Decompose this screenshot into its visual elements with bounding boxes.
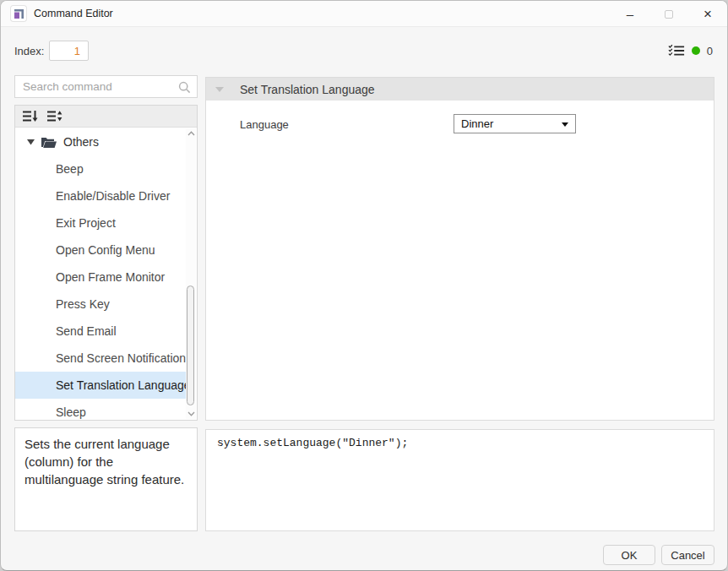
- code-text: system.setLanguage("Dinner");: [217, 437, 408, 449]
- index-label: Index:: [14, 45, 44, 57]
- chevron-down-icon: [562, 122, 568, 127]
- tree-item-send-screen-notification[interactable]: Send Screen Notification: [15, 345, 186, 372]
- maximize-icon: [665, 10, 673, 19]
- tree-item-send-email[interactable]: Send Email: [15, 318, 186, 345]
- parameter-panel-title: Set Translation Language: [240, 83, 375, 96]
- tree-item-exit-project[interactable]: Exit Project: [15, 209, 186, 237]
- language-label: Language: [240, 118, 289, 131]
- tree-item-sleep[interactable]: Sleep: [15, 399, 186, 420]
- close-button[interactable]: ×: [688, 1, 727, 27]
- search-input[interactable]: [15, 76, 197, 97]
- tree-item-enable-disable-driver[interactable]: Enable/Disable Driver: [15, 182, 186, 209]
- expander-icon[interactable]: [24, 139, 36, 145]
- tree-item-press-key[interactable]: Press Key: [15, 291, 186, 318]
- minimize-button[interactable]: –: [611, 1, 649, 27]
- app-logo-icon: [11, 6, 26, 21]
- tree-toolbar: [15, 106, 197, 128]
- index-input[interactable]: [49, 41, 89, 61]
- language-select[interactable]: Dinner: [454, 114, 576, 133]
- status-ok-dot: [692, 46, 700, 55]
- parameter-panel: Set Translation Language Language Dinner: [205, 77, 714, 421]
- collapse-icon[interactable]: [215, 87, 224, 92]
- sort-toggle-icon[interactable]: [46, 109, 63, 124]
- scroll-up-icon[interactable]: [186, 128, 196, 139]
- maximize-button[interactable]: [649, 1, 688, 27]
- command-description: Sets the current language (column) for t…: [14, 427, 198, 531]
- validation-list-icon[interactable]: [668, 43, 685, 58]
- scroll-down-icon[interactable]: [186, 409, 196, 419]
- title-bar: Command Editor – ×: [1, 1, 727, 27]
- ok-button[interactable]: OK: [603, 545, 655, 565]
- tree-folder-label: Others: [63, 135, 99, 149]
- code-preview: system.setLanguage("Dinner");: [205, 429, 714, 531]
- window-title: Command Editor: [34, 8, 113, 19]
- parameter-panel-header: Set Translation Language: [206, 78, 714, 101]
- command-editor-window: Command Editor – × Index: 0: [0, 0, 728, 571]
- scrollbar-thumb[interactable]: [187, 286, 194, 405]
- tree-item-open-frame-monitor[interactable]: Open Frame Monitor: [15, 264, 186, 291]
- language-select-value: Dinner: [461, 117, 493, 130]
- search-box: [14, 75, 198, 98]
- cancel-button[interactable]: Cancel: [661, 545, 714, 565]
- sort-descending-icon[interactable]: [22, 109, 39, 124]
- tree-item-open-config-menu[interactable]: Open Config Menu: [15, 237, 186, 264]
- error-count: 0: [707, 45, 713, 57]
- tree-item-beep[interactable]: Beep: [15, 155, 186, 182]
- tree-folder-others[interactable]: Others: [15, 128, 186, 155]
- tree-scrollbar[interactable]: [186, 128, 196, 419]
- command-tree-panel: Others BeepEnable/Disable DriverExit Pro…: [14, 105, 198, 421]
- tree-item-set-translation-language[interactable]: Set Translation Language: [15, 372, 186, 399]
- command-tree: Others BeepEnable/Disable DriverExit Pro…: [15, 128, 186, 420]
- search-icon: [178, 81, 191, 94]
- folder-icon: [41, 137, 57, 148]
